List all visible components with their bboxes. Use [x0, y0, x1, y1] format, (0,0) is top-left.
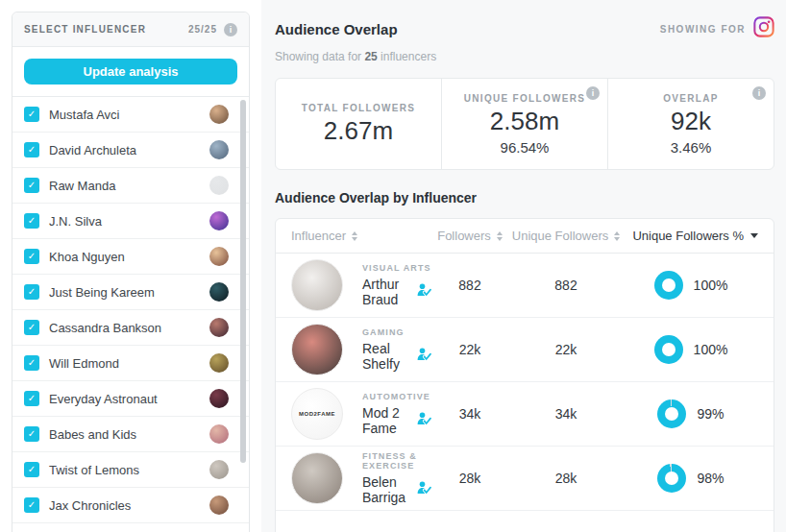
- donut-chart: [654, 271, 683, 300]
- influencer-cell: MOD2FAME AUTOMOTIVE Mod 2 Fame: [291, 388, 431, 440]
- column-label: Followers: [437, 229, 491, 243]
- selected-count: 25/25: [188, 24, 217, 35]
- sort-desc-icon: [750, 233, 758, 238]
- table-header-row: InfluencerFollowersUnique FollowersUniqu…: [276, 219, 774, 254]
- influencer-name: Just Being Kareem: [49, 285, 155, 300]
- column-header-followers[interactable]: Followers: [431, 229, 508, 243]
- column-header-influencer[interactable]: Influencer: [291, 229, 431, 243]
- influencer-sidebar: SELECT INFLUENCER 25/25 i Update analysi…: [0, 0, 261, 532]
- influencer-list-item[interactable]: ✓ Twist of Lemons: [12, 452, 249, 488]
- influencer-name: Arthur Braud: [362, 277, 408, 307]
- influencer-avatar: [209, 282, 229, 302]
- showing-for: SHOWING FOR: [660, 16, 774, 41]
- influencer-cell: VISUAL ARTS Arthur Braud: [291, 259, 431, 311]
- checkbox-checked-icon[interactable]: ✓: [24, 284, 39, 300]
- table-row[interactable]: GAMING Real Shelfy 22k 22k: [276, 318, 774, 382]
- unique-followers-value: 882: [508, 278, 624, 293]
- select-influencer-title: SELECT INFLUENCER: [24, 24, 146, 35]
- influencer-category: FITNESS & EXERCISE: [362, 451, 431, 471]
- influencer-list-item[interactable]: ✓ Babes and Kids: [12, 417, 249, 452]
- influencer-list-item[interactable]: ✓ Mustafa Avci: [12, 97, 249, 133]
- person-check-icon[interactable]: [417, 412, 431, 429]
- stats-cards: i TOTAL FOLLOWERS 2.67m i UNIQUE FOLLOWE…: [275, 78, 774, 170]
- showing-for-label: SHOWING FOR: [660, 24, 746, 35]
- influencer-category: GAMING: [362, 327, 431, 337]
- table-row[interactable]: VISUAL ARTS Arthur Braud 882 882: [276, 254, 774, 318]
- unique-percent-cell: 100%: [624, 271, 758, 300]
- person-check-icon[interactable]: [417, 283, 431, 301]
- person-check-icon[interactable]: [417, 348, 431, 365]
- influencer-name: Mod 2 Fame: [362, 405, 408, 436]
- unique-percent-cell: 99%: [624, 399, 758, 428]
- table-row[interactable]: FITNESS & EXERCISE Belen Barriga 28k 28k: [276, 447, 774, 511]
- influencer-name: Babes and Kids: [49, 427, 136, 442]
- influencer-name: J.N. Silva: [49, 214, 102, 229]
- unique-followers-value: 22k: [508, 342, 624, 357]
- select-influencer-header: SELECT INFLUENCER 25/25 i: [12, 12, 249, 47]
- influencer-name: Jax Chronicles: [49, 498, 131, 513]
- update-analysis-button[interactable]: Update analysis: [24, 59, 237, 85]
- column-label: Influencer: [291, 229, 346, 243]
- instagram-icon[interactable]: [753, 16, 774, 41]
- stat-value: 2.67m: [324, 116, 393, 146]
- influencer-name: David Archuleta: [49, 143, 136, 157]
- info-icon[interactable]: i: [586, 86, 600, 100]
- influencer-avatar: [291, 259, 343, 311]
- followers-value: 882: [431, 278, 508, 293]
- checkbox-checked-icon[interactable]: ✓: [24, 213, 39, 229]
- influencer-avatar: [209, 247, 229, 266]
- influencer-list-item[interactable]: ✓ Everyday Astronaut: [12, 381, 249, 417]
- info-icon[interactable]: i: [752, 86, 766, 100]
- influencer-avatar: [209, 424, 229, 444]
- influencer-avatar: MOD2FAME: [291, 388, 343, 440]
- checkbox-checked-icon[interactable]: ✓: [24, 497, 39, 513]
- main-panel: Audience Overlap SHOWING FOR: [261, 0, 786, 532]
- influencer-list-item[interactable]: ✓ Cassandra Bankson: [12, 310, 249, 346]
- influencer-name: Everyday Astronaut: [49, 392, 158, 406]
- avatar-logo-text: MOD2FAME: [299, 411, 335, 417]
- influencer-list-item[interactable]: ✓ Khoa Nguyen: [12, 239, 249, 275]
- influencer-avatar: [209, 496, 229, 515]
- influencer-category: AUTOMOTIVE: [362, 392, 431, 401]
- influencer-avatar: [291, 452, 343, 504]
- checkbox-checked-icon[interactable]: ✓: [24, 462, 39, 477]
- overlap-table: InfluencerFollowersUnique FollowersUniqu…: [275, 218, 774, 532]
- stat-card: i OVERLAP 92k 3.46%: [607, 79, 774, 169]
- table-row[interactable]: MOD2FAME AUTOMOTIVE Mod 2 Fame 34: [276, 382, 774, 447]
- stat-percent: 3.46%: [671, 139, 712, 156]
- select-influencer-panel: SELECT INFLUENCER 25/25 i Update analysi…: [12, 12, 250, 532]
- column-header-unique-followers-[interactable]: Unique Followers %: [624, 229, 758, 243]
- influencer-list-item[interactable]: ✓ J.N. Silva: [12, 204, 249, 239]
- influencer-list-item[interactable]: ✓ Just Being Kareem: [12, 275, 249, 310]
- unique-percent-label: 100%: [694, 342, 728, 357]
- checkbox-checked-icon[interactable]: ✓: [24, 320, 39, 335]
- influencer-list-item[interactable]: ✓ Jax Chronicles: [12, 488, 249, 523]
- column-label: Unique Followers: [512, 229, 608, 243]
- checkbox-checked-icon[interactable]: ✓: [24, 178, 39, 193]
- sidebar-scrollbar[interactable]: [240, 100, 246, 463]
- influencer-list-item[interactable]: ✓ David Archuleta: [12, 133, 249, 168]
- influencer-list-item[interactable]: ✓ Raw Manda: [12, 168, 249, 204]
- stat-card: i TOTAL FOLLOWERS 2.67m: [276, 79, 441, 169]
- column-header-unique-followers[interactable]: Unique Followers: [508, 229, 624, 243]
- influencer-avatar: [209, 318, 229, 337]
- checkbox-checked-icon[interactable]: ✓: [24, 426, 39, 442]
- checkbox-checked-icon[interactable]: ✓: [24, 391, 39, 406]
- influencer-avatar: [209, 460, 229, 479]
- subtitle: Showing data for 25 influencers: [275, 50, 774, 63]
- checkbox-checked-icon[interactable]: ✓: [24, 142, 39, 157]
- influencer-list-item[interactable]: ✓ Will Edmond: [12, 346, 249, 381]
- stat-label: OVERLAP: [663, 93, 718, 104]
- update-analysis-row: Update analysis: [12, 47, 249, 97]
- checkbox-checked-icon[interactable]: ✓: [24, 355, 39, 371]
- influencer-avatar: [209, 140, 229, 159]
- person-check-icon[interactable]: [417, 481, 431, 498]
- followers-value: 34k: [431, 406, 508, 422]
- checkbox-checked-icon[interactable]: ✓: [24, 107, 39, 122]
- audience-overlap-app: SELECT INFLUENCER 25/25 i Update analysi…: [0, 0, 786, 532]
- checkbox-checked-icon[interactable]: ✓: [24, 249, 39, 264]
- info-icon[interactable]: i: [224, 23, 237, 36]
- stat-value: 2.58m: [490, 107, 559, 136]
- unique-followers-value: 34k: [508, 406, 624, 422]
- unique-percent-cell: 98%: [624, 464, 758, 493]
